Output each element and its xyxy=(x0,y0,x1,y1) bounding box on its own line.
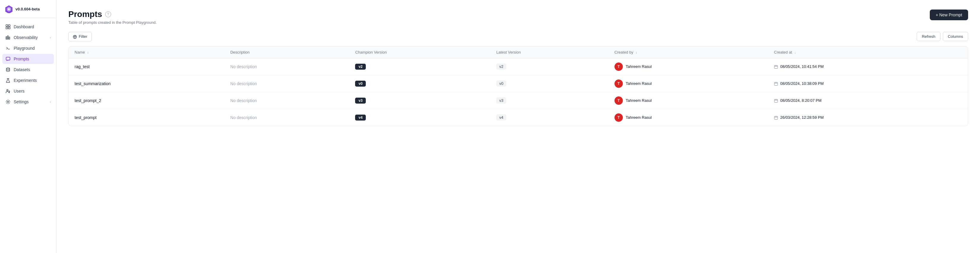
cell-created-by: T Tahreem Rasul xyxy=(609,58,768,75)
cell-name: rag_test xyxy=(68,58,224,75)
cell-created-by: T Tahreem Rasul xyxy=(609,109,768,126)
svg-rect-6 xyxy=(8,27,10,29)
version-label: v0.0.604-beta xyxy=(16,7,40,11)
sidebar-item-label: Playground xyxy=(14,46,35,51)
sidebar-item-experiments[interactable]: Experiments xyxy=(2,75,54,85)
cell-description: No description xyxy=(224,92,349,109)
database-icon xyxy=(5,67,11,72)
cell-name: test_prompt_2 xyxy=(68,92,224,109)
sidebar-item-users[interactable]: Users xyxy=(2,86,54,96)
page-heading: Prompts xyxy=(68,10,102,19)
cell-champion-version: v4 xyxy=(349,109,490,126)
svg-rect-3 xyxy=(6,25,8,27)
sidebar-item-observability[interactable]: Observability › xyxy=(2,32,54,43)
date-text: 26/03/2024, 12:28:59 PM xyxy=(780,115,824,120)
col-created-by[interactable]: Created by ↕ xyxy=(609,46,768,58)
prompts-table: Name ↕ Description Champion Version Late… xyxy=(68,46,968,126)
cell-champion-version: v2 xyxy=(349,58,490,75)
sidebar-item-label: Settings xyxy=(14,99,29,104)
creator-name: Tahreem Rasul xyxy=(626,64,652,69)
cell-created-by: T Tahreem Rasul xyxy=(609,75,768,92)
col-champion-version[interactable]: Champion Version xyxy=(349,46,490,58)
message-icon xyxy=(5,56,11,62)
columns-button[interactable]: Columns xyxy=(943,32,968,41)
calendar-icon xyxy=(774,115,778,120)
svg-rect-11 xyxy=(6,57,10,60)
sidebar-item-prompts[interactable]: Prompts xyxy=(2,54,54,64)
sidebar-item-settings[interactable]: Settings › xyxy=(2,97,54,107)
avatar: T xyxy=(614,80,623,88)
cell-created-at: 26/03/2024, 12:28:59 PM xyxy=(768,109,968,126)
cell-created-at: 08/05/2024, 10:38:09 PM xyxy=(768,75,968,92)
svg-rect-4 xyxy=(8,25,10,27)
cell-latest-version: v3 xyxy=(490,92,608,109)
sidebar-item-label: Experiments xyxy=(14,78,37,83)
svg-rect-9 xyxy=(9,37,10,39)
toolbar: Filter Refresh Columns xyxy=(68,32,968,42)
svg-point-15 xyxy=(8,101,9,102)
sidebar: v0.0.604-beta Dashboard xyxy=(0,0,56,253)
sidebar-item-label: Observability xyxy=(14,35,38,40)
sidebar-item-playground[interactable]: Playground xyxy=(2,43,54,53)
svg-rect-28 xyxy=(774,99,778,102)
new-prompt-button[interactable]: + New Prompt xyxy=(930,10,968,20)
date-text: 08/05/2024, 8:20:07 PM xyxy=(780,98,822,103)
beaker-icon xyxy=(5,78,11,83)
svg-rect-24 xyxy=(774,82,778,85)
col-description[interactable]: Description xyxy=(224,46,349,58)
refresh-button[interactable]: Refresh xyxy=(917,32,940,41)
date-text: 08/05/2024, 10:41:54 PM xyxy=(780,64,824,69)
sort-icon: ↕ xyxy=(636,51,637,54)
cell-champion-version: v3 xyxy=(349,92,490,109)
sidebar-item-datasets[interactable]: Datasets xyxy=(2,65,54,75)
settings-icon xyxy=(5,99,11,104)
page-header: Prompts ? Table of prompts created in th… xyxy=(68,10,968,25)
creator-name: Tahreem Rasul xyxy=(626,98,652,103)
chevron-right-icon: › xyxy=(49,36,51,39)
sidebar-item-label: Prompts xyxy=(14,56,29,61)
col-latest-version[interactable]: Latest Version xyxy=(490,46,608,58)
creator-name: Tahreem Rasul xyxy=(626,81,652,86)
page-title: Prompts ? xyxy=(68,10,157,19)
page-subtitle: Table of prompts created in the Prompt P… xyxy=(68,20,157,25)
filter-icon xyxy=(73,34,77,39)
prompts-table-container: Name ↕ Description Champion Version Late… xyxy=(68,46,968,126)
cell-champion-version: v0 xyxy=(349,75,490,92)
toolbar-right: Refresh Columns xyxy=(917,32,968,41)
help-icon[interactable]: ? xyxy=(105,11,111,17)
activity-icon xyxy=(5,35,11,40)
sort-desc-icon: ↓ xyxy=(794,51,796,54)
main-content: Prompts ? Table of prompts created in th… xyxy=(56,0,980,253)
col-name[interactable]: Name ↕ xyxy=(68,46,224,58)
svg-point-12 xyxy=(6,68,10,69)
content-area: Prompts ? Table of prompts created in th… xyxy=(56,0,980,253)
svg-rect-5 xyxy=(6,27,8,29)
sort-asc-icon: ↕ xyxy=(87,51,89,54)
cell-description: No description xyxy=(224,75,349,92)
svg-point-2 xyxy=(8,8,10,10)
cell-latest-version: v0 xyxy=(490,75,608,92)
calendar-icon xyxy=(774,64,778,69)
cell-latest-version: v4 xyxy=(490,109,608,126)
toolbar-left: Filter xyxy=(68,32,92,42)
sidebar-item-dashboard[interactable]: Dashboard xyxy=(2,22,54,32)
svg-rect-7 xyxy=(6,37,7,39)
table-row[interactable]: test_prompt No description v4 v4 T Tahre… xyxy=(68,109,968,126)
cell-name: test_prompt xyxy=(68,109,224,126)
grid-icon xyxy=(5,24,11,29)
col-created-at[interactable]: Created at ↓ xyxy=(768,46,968,58)
table-row[interactable]: test_summarization No description v0 v0 … xyxy=(68,75,968,92)
svg-rect-8 xyxy=(8,36,8,39)
page-title-section: Prompts ? Table of prompts created in th… xyxy=(68,10,157,25)
filter-button[interactable]: Filter xyxy=(68,32,92,42)
calendar-icon xyxy=(774,81,778,86)
avatar: T xyxy=(614,96,623,105)
date-text: 08/05/2024, 10:38:09 PM xyxy=(780,81,824,86)
cell-name: test_summarization xyxy=(68,75,224,92)
table-row[interactable]: test_prompt_2 No description v3 v3 T Tah… xyxy=(68,92,968,109)
table-row[interactable]: rag_test No description v2 v2 T Tahreem … xyxy=(68,58,968,75)
sidebar-item-label: Datasets xyxy=(14,67,30,72)
users-icon xyxy=(5,88,11,94)
chevron-right-icon: › xyxy=(49,100,51,104)
calendar-icon xyxy=(774,98,778,103)
